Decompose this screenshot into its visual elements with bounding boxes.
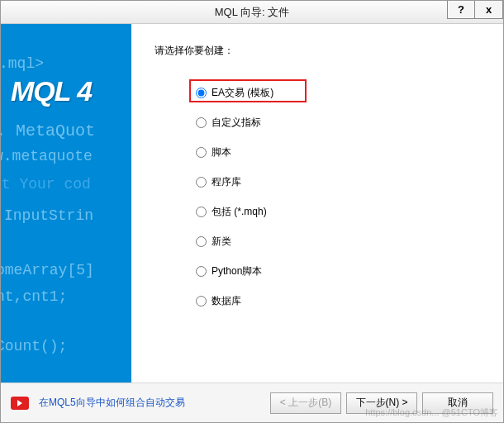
radio-label-custom-indicator[interactable]: 自定义指标 xyxy=(212,116,261,130)
radio-row-include-mqh[interactable]: 包括 (*.mqh) xyxy=(196,197,480,226)
radio-library[interactable] xyxy=(196,177,207,188)
instruction-text: 请选择你要创建： xyxy=(155,44,480,58)
close-button[interactable]: x xyxy=(475,1,503,19)
titlebar: MQL 向导: 文件 ? x xyxy=(1,1,503,24)
radio-script[interactable] xyxy=(196,147,207,158)
content-panel: 请选择你要创建： EA交易 (模板)自定义指标脚本程序库包括 (*.mqh)新类… xyxy=(131,24,503,383)
code-line: .mql> xyxy=(1,55,44,72)
radio-label-include-mqh[interactable]: 包括 (*.mqh) xyxy=(212,205,267,219)
radio-row-new-class[interactable]: 新类 xyxy=(196,226,480,256)
radio-label-database[interactable]: 数据库 xyxy=(212,294,241,308)
radio-label-ea-template[interactable]: EA交易 (模板) xyxy=(212,86,273,100)
radio-row-python-script[interactable]: Python脚本 xyxy=(196,256,480,286)
radio-python-script[interactable] xyxy=(196,266,207,277)
code-line: Count(); xyxy=(1,338,67,354)
radio-row-custom-indicator[interactable]: 自定义指标 xyxy=(196,107,480,137)
code-line: rt Your cod xyxy=(1,176,91,192)
window-title: MQL 向导: 文件 xyxy=(215,5,290,20)
help-button[interactable]: ? xyxy=(447,1,475,19)
mql4-logo: MQL 4 xyxy=(11,75,92,107)
radio-list: EA交易 (模板)自定义指标脚本程序库包括 (*.mqh)新类Python脚本数… xyxy=(155,78,480,316)
code-line: omeArray[5] xyxy=(1,262,94,278)
title-buttons: ? x xyxy=(447,1,503,19)
code-line: nt,cnt1; xyxy=(1,288,67,305)
radio-row-script[interactable]: 脚本 xyxy=(196,137,480,167)
radio-include-mqh[interactable] xyxy=(196,207,207,217)
radio-new-class[interactable] xyxy=(196,236,207,247)
code-line: . MetaQuot xyxy=(1,121,95,140)
radio-custom-indicator[interactable] xyxy=(196,117,207,128)
code-line: w.metaquote xyxy=(1,148,93,164)
footer-help-link[interactable]: 在MQL5向导中如何组合自动交易 xyxy=(39,396,185,410)
radio-label-script[interactable]: 脚本 xyxy=(212,145,231,159)
code-line: InputStrin xyxy=(4,207,93,224)
youtube-icon xyxy=(11,397,29,410)
footer: 在MQL5向导中如何组合自动交易 < 上一步(B) 下一步(N) > 取消 xyxy=(1,383,503,422)
radio-row-ea-template[interactable]: EA交易 (模板) xyxy=(196,78,480,107)
radio-row-library[interactable]: 程序库 xyxy=(196,167,480,197)
sidebar: .mql> MQL 4 . MetaQuot w.metaquote rt Yo… xyxy=(1,24,131,383)
cancel-button[interactable]: 取消 xyxy=(422,392,493,414)
main-area: .mql> MQL 4 . MetaQuot w.metaquote rt Yo… xyxy=(1,24,503,383)
next-button[interactable]: 下一步(N) > xyxy=(346,392,417,414)
radio-label-new-class[interactable]: 新类 xyxy=(212,235,231,249)
radio-label-python-script[interactable]: Python脚本 xyxy=(212,264,262,278)
radio-row-database[interactable]: 数据库 xyxy=(196,286,480,316)
radio-database[interactable] xyxy=(196,296,207,307)
radio-ea-template[interactable] xyxy=(196,88,207,98)
back-button: < 上一步(B) xyxy=(270,392,341,414)
radio-label-library[interactable]: 程序库 xyxy=(212,175,241,189)
